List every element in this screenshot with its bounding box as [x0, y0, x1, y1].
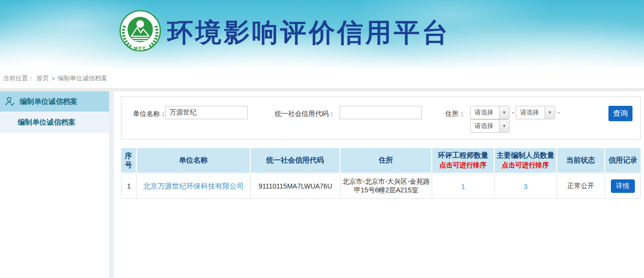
- sidebar-item-credit-archive[interactable]: 编制单位诚信档案: [0, 112, 109, 133]
- results-table: 序号 单位名称 统一社会信用代码 住所 环评工程师数量 点击可进行排序 主要编制…: [121, 148, 641, 199]
- breadcrumb-current: 编制单位诚信档案: [58, 74, 108, 83]
- staff-count-link[interactable]: 3: [523, 182, 527, 190]
- chevron-down-icon[interactable]: ▼: [545, 106, 555, 119]
- breadcrumb-home-link[interactable]: 首页: [36, 74, 49, 83]
- address-cell: 北京市-北京市-大兴区-金苑路甲15号6幢2层A215室: [340, 174, 432, 199]
- col-address: 住所: [340, 148, 432, 174]
- breadcrumb-separator: >: [51, 75, 55, 82]
- district-select[interactable]: 请选择 ▼: [470, 119, 510, 133]
- dash-separator: -: [558, 109, 560, 116]
- credit-code-cell: 91110115MA7LWUA76U: [251, 174, 340, 199]
- sidebar-item-label: 编制单位诚信档案: [18, 118, 75, 127]
- sort-hint: 点击可进行排序: [496, 161, 555, 170]
- content-area: 单位名称： 统一社会信用代码： 住所： 请选择 ▼ - 请选择 ▼ - 请选择 …: [114, 91, 644, 278]
- credit-code-label: 统一社会信用代码：: [275, 110, 335, 118]
- detail-button[interactable]: 详情: [611, 179, 635, 193]
- credit-code-input[interactable]: [340, 106, 422, 119]
- search-form: 单位名称： 统一社会信用代码： 住所： 请选择 ▼ - 请选择 ▼ - 请选择 …: [121, 96, 641, 139]
- province-select[interactable]: 请选择 ▼: [470, 106, 510, 119]
- col-engineer-count-sortable[interactable]: 环评工程师数量 点击可进行排序: [432, 148, 495, 174]
- chevron-down-icon[interactable]: ▼: [499, 120, 509, 132]
- province-select-value: 请选择: [471, 106, 499, 119]
- breadcrumb: 当前位置： 首页 > 编制单位诚信档案: [0, 69, 644, 88]
- unit-name-input[interactable]: [165, 106, 248, 119]
- table-row: 1 北京万源世纪环保科技有限公司 91110115MA7LWUA76U 北京市-…: [121, 174, 641, 199]
- table-header-row: 序号 单位名称 统一社会信用代码 住所 环评工程师数量 点击可进行排序 主要编制…: [121, 148, 641, 174]
- sort-hint: 点击可进行排序: [434, 161, 492, 170]
- dash-separator: -: [512, 109, 514, 116]
- company-name-link[interactable]: 北京万源世纪环保科技有限公司: [143, 182, 244, 190]
- logo-text: MEE: [134, 45, 146, 51]
- city-select-value: 请选择: [516, 106, 545, 119]
- city-select[interactable]: 请选择 ▼: [516, 106, 555, 119]
- sidebar-item-credit-archive-parent[interactable]: 编制单位诚信档案: [0, 91, 109, 112]
- unit-name-label: 单位名称：: [133, 110, 167, 118]
- chevron-down-icon[interactable]: ▼: [499, 106, 509, 119]
- sidebar-item-label: 编制单位诚信档案: [20, 97, 77, 106]
- address-label: 住所：: [445, 110, 465, 118]
- mee-logo-icon: MEE: [119, 10, 161, 52]
- query-button[interactable]: 查询: [608, 106, 632, 121]
- status-cell: 正常公开: [557, 174, 605, 199]
- col-staff-count-sortable[interactable]: 主要编制人员数量 点击可进行排序: [495, 148, 557, 174]
- engineer-count-link[interactable]: 1: [461, 182, 465, 190]
- col-seq: 序号: [121, 148, 137, 174]
- page-divider-band: [0, 88, 644, 91]
- site-title: 环境影响评价信用平台: [167, 15, 450, 51]
- breadcrumb-prefix: 当前位置：: [3, 74, 34, 83]
- district-select-value: 请选择: [471, 120, 499, 132]
- sidebar: 编制单位诚信档案 编制单位诚信档案: [0, 91, 109, 278]
- col-credit-code: 统一社会信用代码: [251, 148, 340, 174]
- col-status: 当前状态: [557, 148, 605, 174]
- seq-cell: 1: [121, 174, 137, 199]
- site-banner: MEE 环境影响评价信用平台: [0, 0, 644, 69]
- sidebar-content-divider: [109, 91, 114, 278]
- col-unit-name: 单位名称: [137, 148, 251, 174]
- user-check-icon: [5, 96, 15, 107]
- col-credit-record: 信用记录: [605, 148, 641, 174]
